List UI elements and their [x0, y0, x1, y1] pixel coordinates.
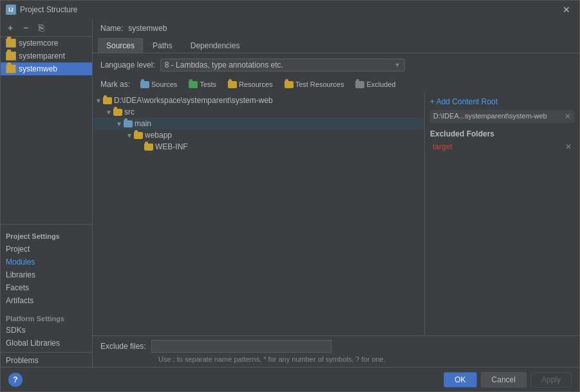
content-root-path-text: D:\IDEA...systemparent\system-web	[433, 112, 547, 120]
sidebar-item-facets[interactable]: Facets	[1, 281, 92, 294]
copy-module-button[interactable]: ⎘	[34, 21, 48, 35]
test-resources-folder-icon	[285, 81, 294, 88]
sidebar-item-label: SDKs	[6, 326, 26, 335]
module-label: systemcore	[19, 39, 58, 48]
right-panel: Name: systemweb Sources Paths Dependenci…	[93, 19, 579, 367]
collapse-arrow-main[interactable]: ▼	[116, 120, 124, 127]
dialog-footer: ? OK Cancel Apply	[1, 367, 579, 391]
main-content: + − ⎘ systemcore systemparent systemweb	[1, 19, 579, 367]
sidebar-item-label: Modules	[6, 257, 35, 266]
tree-item-root[interactable]: ▼ D:\IDEA\workspace\systemparent\system-…	[93, 95, 424, 106]
cancel-button[interactable]: Cancel	[481, 372, 527, 387]
tab-dependencies[interactable]: Dependencies	[182, 38, 248, 53]
exclude-hint-text: Use ; to separate name patterns, * for a…	[158, 355, 572, 363]
module-item-systemweb[interactable]: systemweb	[1, 62, 92, 75]
resources-folder-icon	[228, 81, 237, 88]
webinf-folder-icon	[144, 144, 153, 151]
mark-test-resources-button[interactable]: Test Resources	[281, 79, 348, 89]
exclude-files-label: Exclude files:	[100, 342, 146, 351]
name-label: Name:	[100, 24, 123, 33]
tree-item-webapp[interactable]: ▼ webapp	[93, 129, 424, 141]
ok-button[interactable]: OK	[444, 372, 476, 387]
sources-label: Sources	[151, 80, 177, 88]
sidebar-item-problems[interactable]: Problems	[1, 354, 92, 367]
left-toolbar: + − ⎘	[1, 19, 92, 37]
mark-resources-button[interactable]: Resources	[224, 79, 277, 89]
left-panel: + − ⎘ systemcore systemparent systemweb	[1, 19, 93, 367]
sidebar-item-modules[interactable]: Modules	[1, 256, 92, 268]
sidebar-item-project[interactable]: Project	[1, 243, 92, 256]
tests-label: Tests	[200, 80, 216, 88]
tab-paths[interactable]: Paths	[144, 38, 181, 53]
lang-label: Language level:	[100, 61, 155, 70]
module-icon	[6, 51, 16, 61]
resources-label: Resources	[239, 80, 273, 88]
module-icon	[6, 39, 16, 48]
webinf-label: WEB-INF	[155, 142, 188, 151]
mark-excluded-button[interactable]: Excluded	[351, 79, 399, 89]
title-bar: IJ Project Structure ✕	[1, 1, 579, 19]
chevron-down-icon: ▼	[395, 62, 400, 68]
language-level-select[interactable]: 8 - Lambdas, type annotations etc. ▼	[160, 59, 405, 71]
tabs-bar: Sources Paths Dependencies	[93, 38, 579, 53]
module-icon	[6, 64, 16, 73]
module-label: systemweb	[19, 64, 57, 73]
tests-folder-icon	[189, 81, 198, 88]
lang-row: Language level: 8 - Lambdas, type annota…	[93, 53, 579, 77]
collapse-arrow-src[interactable]: ▼	[106, 109, 113, 116]
test-resources-label: Test Resources	[295, 80, 344, 88]
collapse-arrow-webapp[interactable]: ▼	[126, 132, 134, 139]
module-item-systemcore[interactable]: systemcore	[1, 37, 92, 50]
main-folder-icon	[124, 120, 133, 127]
close-button[interactable]: ✕	[559, 3, 574, 16]
webapp-folder-icon	[134, 132, 143, 139]
mark-sources-button[interactable]: Sources	[136, 79, 181, 89]
main-label: main	[135, 119, 151, 128]
exclude-files-section: Exclude files: Use ; to separate name pa…	[93, 335, 579, 367]
remove-content-root-button[interactable]: ✕	[565, 112, 571, 121]
project-settings-header: Project Settings	[1, 227, 92, 243]
exclude-files-input[interactable]	[151, 340, 332, 353]
module-label: systemparent	[19, 51, 65, 61]
tab-sources[interactable]: Sources	[98, 38, 143, 53]
module-list: systemcore systemparent systemweb	[1, 37, 92, 131]
excluded-folders-header: Excluded Folders	[430, 129, 574, 138]
tree-item-webinf[interactable]: ▶ WEB-INF	[93, 141, 424, 153]
root-path-label: D:\IDEA\workspace\systemparent\system-we…	[114, 96, 273, 105]
exclude-files-row: Exclude files:	[100, 340, 572, 353]
split-pane: ▼ D:\IDEA\workspace\systemparent\system-…	[93, 92, 579, 335]
module-item-systemparent[interactable]: systemparent	[1, 50, 92, 62]
mark-tests-button[interactable]: Tests	[185, 79, 220, 89]
add-module-button[interactable]: +	[3, 21, 17, 35]
file-tree[interactable]: ▼ D:\IDEA\workspace\systemparent\system-…	[93, 92, 425, 335]
excluded-item-label: target	[433, 142, 453, 151]
collapse-arrow[interactable]: ▼	[95, 97, 103, 104]
excluded-item-target: target ✕	[430, 141, 574, 153]
help-button[interactable]: ?	[8, 373, 23, 387]
sidebar-item-global-libraries[interactable]: Global Libraries	[1, 337, 92, 350]
name-row: Name: systemweb	[93, 19, 579, 38]
sidebar-item-label: Project	[6, 245, 30, 254]
remove-module-button[interactable]: −	[19, 21, 33, 35]
add-content-root-button[interactable]: + Add Content Root	[430, 97, 574, 106]
tree-item-main[interactable]: ▼ main	[93, 118, 424, 129]
info-panel: + Add Content Root D:\IDEA...systemparen…	[425, 92, 579, 335]
window-title: Project Structure	[20, 5, 559, 14]
mark-row: Mark as: Sources Tests Resources Test Re…	[93, 77, 579, 92]
project-structure-dialog: IJ Project Structure ✕ + − ⎘ systemcore …	[0, 0, 580, 392]
src-folder-icon	[113, 109, 122, 116]
tree-item-src[interactable]: ▼ src	[93, 106, 424, 118]
sidebar-item-artifacts[interactable]: Artifacts	[1, 294, 92, 307]
sidebar-item-libraries[interactable]: Libraries	[1, 268, 92, 281]
app-icon: IJ	[6, 5, 16, 15]
root-folder-icon	[103, 97, 112, 104]
sidebar-item-label: Problems	[6, 356, 39, 365]
src-label: src	[124, 107, 135, 117]
remove-excluded-button[interactable]: ✕	[565, 142, 572, 151]
expand-arrow-webinf[interactable]: ▶	[136, 144, 144, 151]
sources-folder-icon	[140, 81, 149, 88]
module-name-value: systemweb	[128, 24, 572, 33]
excluded-folder-icon	[355, 81, 364, 88]
sidebar-item-sdks[interactable]: SDKs	[1, 324, 92, 337]
apply-button[interactable]: Apply	[530, 372, 572, 387]
